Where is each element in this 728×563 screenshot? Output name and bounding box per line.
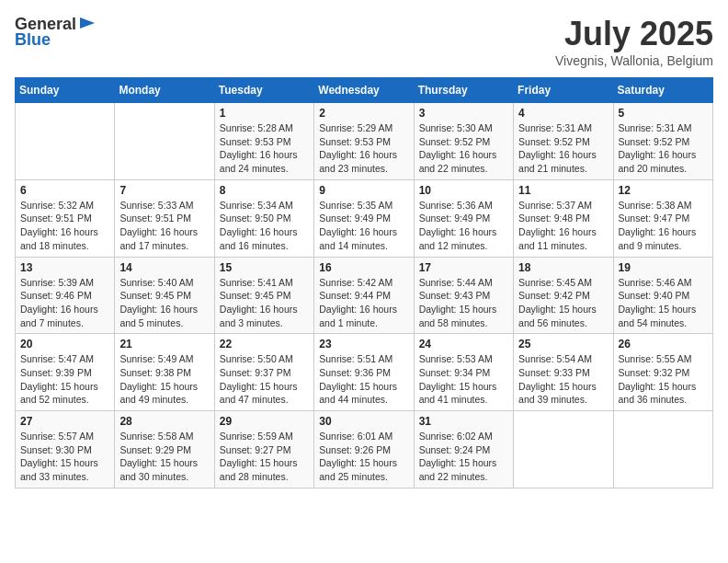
month-year-title: July 2025 [555, 15, 713, 53]
calendar-cell: 1Sunrise: 5:28 AM Sunset: 9:53 PM Daylig… [214, 103, 313, 180]
day-info: Sunrise: 6:01 AM Sunset: 9:26 PM Dayligh… [319, 430, 408, 484]
day-number: 7 [119, 184, 209, 197]
calendar-cell: 25Sunrise: 5:54 AM Sunset: 9:33 PM Dayli… [514, 334, 613, 411]
day-number: 12 [619, 184, 708, 197]
calendar-cell [613, 411, 712, 488]
day-number: 23 [319, 338, 408, 350]
calendar-cell: 20Sunrise: 5:47 AM Sunset: 9:39 PM Dayli… [16, 334, 115, 411]
calendar-cell: 30Sunrise: 6:01 AM Sunset: 9:26 PM Dayli… [314, 411, 414, 488]
day-info: Sunrise: 6:02 AM Sunset: 9:24 PM Dayligh… [419, 430, 508, 484]
calendar-cell: 7Sunrise: 5:33 AM Sunset: 9:51 PM Daylig… [115, 179, 214, 257]
day-number: 6 [20, 184, 109, 197]
day-info: Sunrise: 5:31 AM Sunset: 9:52 PM Dayligh… [518, 121, 608, 176]
day-number: 17 [419, 261, 508, 274]
calendar-cell: 24Sunrise: 5:53 AM Sunset: 9:34 PM Dayli… [414, 334, 513, 411]
calendar-cell: 22Sunrise: 5:50 AM Sunset: 9:37 PM Dayli… [214, 334, 313, 411]
day-info: Sunrise: 5:39 AM Sunset: 9:46 PM Dayligh… [20, 276, 109, 330]
day-info: Sunrise: 5:50 AM Sunset: 9:37 PM Dayligh… [220, 352, 309, 407]
day-of-week-header: Tuesday [214, 78, 313, 103]
calendar-cell: 8Sunrise: 5:34 AM Sunset: 9:50 PM Daylig… [214, 179, 313, 257]
calendar-cell: 4Sunrise: 5:31 AM Sunset: 9:52 PM Daylig… [514, 103, 613, 180]
calendar-table: SundayMondayTuesdayWednesdayThursdayFrid… [15, 77, 713, 488]
day-number: 16 [319, 261, 408, 274]
day-number: 29 [220, 415, 309, 428]
svg-marker-0 [80, 17, 95, 29]
calendar-week-row: 6Sunrise: 5:32 AM Sunset: 9:51 PM Daylig… [16, 179, 713, 257]
day-info: Sunrise: 5:54 AM Sunset: 9:33 PM Dayligh… [518, 352, 608, 407]
day-number: 18 [518, 261, 608, 274]
day-info: Sunrise: 5:38 AM Sunset: 9:47 PM Dayligh… [619, 199, 708, 253]
day-info: Sunrise: 5:30 AM Sunset: 9:52 PM Dayligh… [419, 121, 508, 176]
day-number: 2 [319, 107, 408, 120]
calendar-cell: 2Sunrise: 5:29 AM Sunset: 9:53 PM Daylig… [314, 103, 414, 180]
calendar-cell: 12Sunrise: 5:38 AM Sunset: 9:47 PM Dayli… [613, 179, 712, 257]
day-number: 24 [419, 338, 508, 350]
calendar-week-row: 13Sunrise: 5:39 AM Sunset: 9:46 PM Dayli… [16, 257, 713, 334]
calendar-cell: 31Sunrise: 6:02 AM Sunset: 9:24 PM Dayli… [414, 411, 513, 488]
day-of-week-header: Sunday [16, 78, 115, 103]
calendar-cell: 10Sunrise: 5:36 AM Sunset: 9:49 PM Dayli… [414, 179, 513, 257]
location-subtitle: Vivegnis, Wallonia, Belgium [555, 53, 713, 68]
page-header: General Blue July 2025 Vivegnis, Walloni… [15, 15, 713, 68]
calendar-week-row: 1Sunrise: 5:28 AM Sunset: 9:53 PM Daylig… [16, 103, 713, 180]
day-number: 19 [619, 261, 708, 274]
day-info: Sunrise: 5:59 AM Sunset: 9:27 PM Dayligh… [220, 430, 309, 484]
calendar-cell: 28Sunrise: 5:58 AM Sunset: 9:29 PM Dayli… [115, 411, 214, 488]
calendar-header-row: SundayMondayTuesdayWednesdayThursdayFrid… [16, 78, 713, 103]
calendar-week-row: 27Sunrise: 5:57 AM Sunset: 9:30 PM Dayli… [16, 411, 713, 488]
day-info: Sunrise: 5:49 AM Sunset: 9:38 PM Dayligh… [119, 352, 209, 407]
day-number: 11 [518, 184, 608, 197]
day-of-week-header: Monday [115, 78, 214, 103]
day-of-week-header: Wednesday [314, 78, 414, 103]
calendar-cell: 15Sunrise: 5:41 AM Sunset: 9:45 PM Dayli… [214, 257, 313, 334]
calendar-cell [115, 103, 214, 180]
day-info: Sunrise: 5:36 AM Sunset: 9:49 PM Dayligh… [419, 199, 508, 253]
day-info: Sunrise: 5:55 AM Sunset: 9:32 PM Dayligh… [619, 352, 708, 407]
calendar-cell: 16Sunrise: 5:42 AM Sunset: 9:44 PM Dayli… [314, 257, 414, 334]
calendar-cell: 21Sunrise: 5:49 AM Sunset: 9:38 PM Dayli… [115, 334, 214, 411]
day-info: Sunrise: 5:29 AM Sunset: 9:53 PM Dayligh… [319, 121, 408, 176]
calendar-cell [514, 411, 613, 488]
day-of-week-header: Friday [514, 78, 613, 103]
day-info: Sunrise: 5:32 AM Sunset: 9:51 PM Dayligh… [20, 199, 109, 253]
calendar-cell: 5Sunrise: 5:31 AM Sunset: 9:52 PM Daylig… [613, 103, 712, 180]
day-info: Sunrise: 5:46 AM Sunset: 9:40 PM Dayligh… [619, 276, 708, 330]
day-number: 21 [119, 338, 209, 350]
day-number: 26 [619, 338, 708, 350]
calendar-cell: 27Sunrise: 5:57 AM Sunset: 9:30 PM Dayli… [16, 411, 115, 488]
day-info: Sunrise: 5:28 AM Sunset: 9:53 PM Dayligh… [220, 121, 309, 176]
day-number: 15 [220, 261, 309, 274]
day-info: Sunrise: 5:41 AM Sunset: 9:45 PM Dayligh… [220, 276, 309, 330]
day-of-week-header: Saturday [613, 78, 712, 103]
logo-flag-icon [78, 16, 97, 34]
calendar-cell: 11Sunrise: 5:37 AM Sunset: 9:48 PM Dayli… [514, 179, 613, 257]
day-info: Sunrise: 5:51 AM Sunset: 9:36 PM Dayligh… [319, 352, 408, 407]
day-number: 27 [20, 415, 109, 428]
day-info: Sunrise: 5:47 AM Sunset: 9:39 PM Dayligh… [20, 352, 109, 407]
calendar-cell: 9Sunrise: 5:35 AM Sunset: 9:49 PM Daylig… [314, 179, 414, 257]
calendar-cell: 14Sunrise: 5:40 AM Sunset: 9:45 PM Dayli… [115, 257, 214, 334]
day-info: Sunrise: 5:35 AM Sunset: 9:49 PM Dayligh… [319, 199, 408, 253]
calendar-cell: 6Sunrise: 5:32 AM Sunset: 9:51 PM Daylig… [16, 179, 115, 257]
day-number: 30 [319, 415, 408, 428]
day-info: Sunrise: 5:34 AM Sunset: 9:50 PM Dayligh… [220, 199, 309, 253]
calendar-cell: 3Sunrise: 5:30 AM Sunset: 9:52 PM Daylig… [414, 103, 513, 180]
day-info: Sunrise: 5:45 AM Sunset: 9:42 PM Dayligh… [518, 276, 608, 330]
day-info: Sunrise: 5:37 AM Sunset: 9:48 PM Dayligh… [518, 199, 608, 253]
day-number: 10 [419, 184, 508, 197]
calendar-cell: 18Sunrise: 5:45 AM Sunset: 9:42 PM Dayli… [514, 257, 613, 334]
calendar-cell: 29Sunrise: 5:59 AM Sunset: 9:27 PM Dayli… [214, 411, 313, 488]
calendar-cell [16, 103, 115, 180]
calendar-cell: 19Sunrise: 5:46 AM Sunset: 9:40 PM Dayli… [613, 257, 712, 334]
day-number: 31 [419, 415, 508, 428]
day-info: Sunrise: 5:42 AM Sunset: 9:44 PM Dayligh… [319, 276, 408, 330]
day-number: 22 [220, 338, 309, 350]
day-number: 9 [319, 184, 408, 197]
title-block: July 2025 Vivegnis, Wallonia, Belgium [555, 15, 713, 68]
day-number: 25 [518, 338, 608, 350]
day-number: 8 [220, 184, 309, 197]
day-info: Sunrise: 5:57 AM Sunset: 9:30 PM Dayligh… [20, 430, 109, 484]
calendar-cell: 17Sunrise: 5:44 AM Sunset: 9:43 PM Dayli… [414, 257, 513, 334]
logo: General Blue [15, 15, 97, 50]
day-number: 20 [20, 338, 109, 350]
